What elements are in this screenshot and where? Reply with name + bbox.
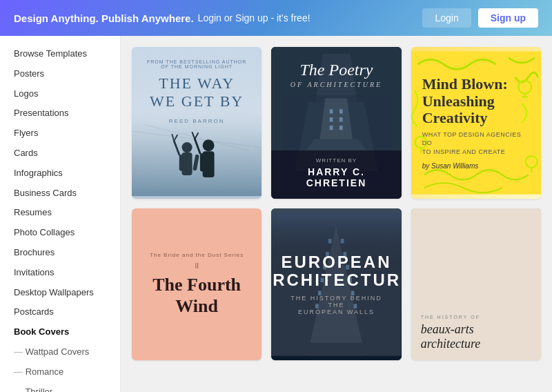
sidebar-item-11[interactable]: Invitations — [0, 263, 120, 283]
svg-point-10 — [203, 139, 215, 151]
card5-subtitle: The History Behind theEuropean Walls — [285, 295, 387, 315]
svg-rect-35 — [307, 343, 366, 356]
sidebar-item-16[interactable]: Romance — [0, 362, 120, 382]
sidebar-item-4[interactable]: Flyers — [0, 124, 120, 144]
svg-rect-23 — [330, 126, 333, 130]
sidebar-item-12[interactable]: Desktop Wallpapers — [0, 283, 120, 303]
sidebar-item-1[interactable]: Posters — [0, 64, 120, 84]
sidebar-item-17[interactable]: Thriller — [0, 382, 120, 392]
svg-rect-4 — [182, 153, 193, 175]
sidebar-item-6[interactable]: Infographics — [0, 164, 120, 184]
header-tagline: Design Anything. Publish Anywhere. — [14, 12, 194, 24]
card-way-we-get-by[interactable]: FROM THE BESTSELLING AUTHOROF THE MORNIN… — [132, 47, 262, 199]
card1-title: THE WAYWE GET BY — [150, 75, 244, 111]
sidebar-item-10[interactable]: Brochures — [0, 243, 120, 263]
svg-point-3 — [182, 142, 193, 153]
card-grid: FROM THE BESTSELLING AUTHOROF THE MORNIN… — [132, 47, 541, 360]
main-layout: Browse TemplatesPostersLogosPresentation… — [0, 36, 552, 392]
svg-rect-5 — [179, 155, 184, 171]
card2-author: Written by Harry C. Chretien — [282, 157, 391, 188]
svg-rect-21 — [330, 117, 333, 121]
sidebar-item-9[interactable]: Photo Collages — [0, 223, 120, 243]
svg-rect-22 — [339, 117, 343, 121]
card3-subtitle: What top design agencies doto inspire an… — [422, 130, 530, 157]
svg-marker-17 — [320, 98, 353, 139]
svg-rect-24 — [339, 126, 343, 130]
card4-roman: II — [195, 262, 199, 270]
card-poetry-architecture[interactable]: The Poetry of Architecture Written b — [271, 47, 401, 199]
sidebar: Browse TemplatesPostersLogosPresentation… — [0, 36, 121, 392]
card-mind-blown[interactable]: Mind Blown:UnleashingCreativity What top… — [411, 47, 541, 199]
card1-top-text: FROM THE BESTSELLING AUTHOROF THE MORNIN… — [147, 59, 246, 69]
svg-rect-19 — [330, 109, 333, 113]
sidebar-item-3[interactable]: Presentations — [0, 104, 120, 124]
card4-title: The FourthWind — [152, 274, 241, 317]
svg-rect-20 — [339, 109, 343, 113]
header: Design Anything. Publish Anywhere. Login… — [0, 0, 552, 36]
signup-button[interactable]: Sign up — [478, 8, 538, 28]
sidebar-item-5[interactable]: Cards — [0, 144, 120, 164]
svg-rect-0 — [132, 112, 262, 196]
header-buttons: Login Sign up — [422, 8, 538, 28]
sidebar-item-14[interactable]: Book Covers — [0, 322, 120, 342]
sidebar-item-0[interactable]: Browse Templates — [0, 44, 120, 64]
card6-title: beaux-artsarchitecture — [421, 322, 531, 352]
card6-history: The History of — [421, 315, 531, 320]
card-european-architecture[interactable]: EUROPEANARCHITECTURE The History Behind … — [271, 208, 401, 360]
card2-title: The Poetry of Architecture — [290, 61, 382, 88]
card-fourth-wind[interactable]: The Bride and the Dust Series II The Fou… — [132, 208, 262, 360]
login-button[interactable]: Login — [422, 8, 471, 28]
card3-title: Mind Blown:UnleashingCreativity — [422, 76, 530, 126]
card6-content: The History of beaux-artsarchitecture — [411, 208, 541, 360]
header-cta: Login or Sign up - it's free! — [198, 12, 310, 23]
header-left: Design Anything. Publish Anywhere. Login… — [14, 12, 310, 24]
sidebar-item-7[interactable]: Business Cards — [0, 184, 120, 204]
sidebar-item-8[interactable]: Resumes — [0, 203, 120, 223]
card4-series: The Bride and the Dust Series — [150, 252, 244, 258]
svg-rect-11 — [203, 151, 215, 177]
svg-marker-18 — [306, 139, 366, 150]
card5-title: EUROPEANARCHITECTURE — [271, 253, 401, 290]
card1-illustration — [132, 109, 262, 199]
sidebar-item-2[interactable]: Logos — [0, 84, 120, 104]
content-area: FROM THE BESTSELLING AUTHOROF THE MORNIN… — [121, 36, 552, 392]
sidebar-item-15[interactable]: Wattpad Covers — [0, 342, 120, 362]
card3-author: by Susan Williams — [422, 162, 530, 170]
sidebar-item-13[interactable]: Postcards — [0, 302, 120, 322]
svg-rect-12 — [200, 153, 204, 171]
card-beaux-arts[interactable]: The History of beaux-artsarchitecture — [411, 208, 541, 360]
card2-illustration — [282, 88, 391, 157]
